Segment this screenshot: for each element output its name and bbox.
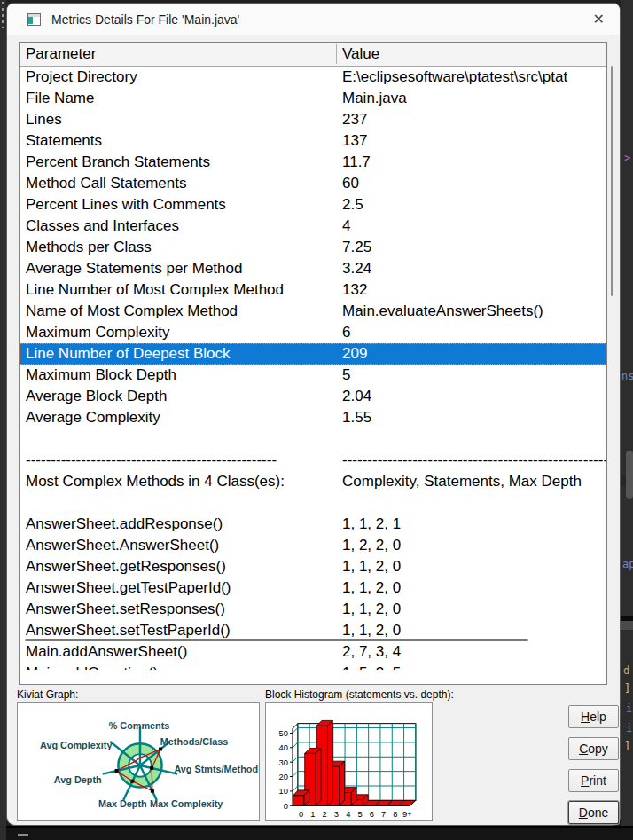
value-cell: 2.04 <box>336 386 606 407</box>
param-cell: Statements <box>20 130 336 152</box>
svg-text:10: 10 <box>279 787 288 796</box>
param-cell: Lines <box>20 109 336 130</box>
svg-text:Methods/Class: Methods/Class <box>160 736 228 747</box>
table-row[interactable]: Main.addQuestion()1, 5, 3, 5 <box>20 663 606 670</box>
value-cell: 1, 1, 2, 0 <box>336 577 606 599</box>
table-row[interactable]: ----------------------------------------… <box>20 450 606 471</box>
table-row[interactable] <box>20 428 606 450</box>
done-button[interactable]: Done <box>568 801 619 824</box>
svg-text:1: 1 <box>310 810 315 819</box>
table-row[interactable]: Average Statements per Method3.24 <box>20 258 606 279</box>
param-cell: Most Complex Methods in 4 Class(es): <box>20 471 336 492</box>
close-icon[interactable]: ✕ <box>590 11 608 27</box>
table-row[interactable]: Lines237 <box>20 109 606 130</box>
table-row[interactable]: Methods per Class7.25 <box>20 237 606 258</box>
ide-left-dots <box>2 2 4 28</box>
ide-text-fragment: ] <box>624 741 630 751</box>
value-cell: ----------------------------------------… <box>336 450 606 471</box>
ide-band <box>626 451 633 499</box>
copy-button[interactable]: Copy <box>568 737 619 760</box>
ide-text-fragment: i <box>626 723 632 734</box>
table-row[interactable]: AnswerSheet.getTestPaperId()1, 1, 2, 0 <box>20 577 606 599</box>
print-button[interactable]: Print <box>568 769 619 792</box>
metrics-dialog: Metrics Details For File 'Main.java' ✕ P… <box>6 3 621 826</box>
table-row[interactable]: Average Complexity1.55 <box>20 407 606 428</box>
column-header-parameter[interactable]: Parameter <box>20 43 336 66</box>
help-button[interactable]: Help <box>568 705 619 728</box>
table-row[interactable]: Project DirectoryE:\eclipsesoftware\ptat… <box>20 67 606 88</box>
table-row[interactable]: AnswerSheet.setResponses()1, 1, 2, 0 <box>20 599 606 620</box>
param-cell: Main.addQuestion() <box>20 663 336 670</box>
horizontal-scrollbar[interactable] <box>25 639 528 641</box>
column-header-value[interactable]: Value <box>337 43 606 66</box>
table-body: Project DirectoryE:\eclipsesoftware\ptat… <box>20 67 606 670</box>
table-row[interactable]: Maximum Complexity6 <box>20 322 606 343</box>
table-row[interactable]: Statements137 <box>20 130 606 152</box>
value-cell: 2, 7, 3, 4 <box>336 641 606 663</box>
histogram-chart: 010203040500123456789+ <box>266 703 432 820</box>
param-cell <box>20 492 336 514</box>
table-row[interactable] <box>20 492 606 514</box>
value-cell: 132 <box>336 279 606 301</box>
svg-text:0: 0 <box>284 802 288 811</box>
value-cell: 1, 5, 3, 5 <box>336 663 606 670</box>
value-cell: 4 <box>336 216 606 237</box>
svg-text:Max Complexity: Max Complexity <box>150 798 223 809</box>
kiviat-label: Kiviat Graph: <box>17 688 78 701</box>
table-row[interactable]: Name of Most Complex MethodMain.evaluate… <box>20 301 606 322</box>
table-header: Parameter Value <box>20 43 606 67</box>
value-cell: 2.5 <box>336 194 606 216</box>
svg-text:Avg Depth: Avg Depth <box>54 774 102 785</box>
value-cell: 1, 1, 2, 1 <box>336 514 606 535</box>
svg-text:Max Depth: Max Depth <box>98 798 147 809</box>
param-cell: Percent Lines with Comments <box>20 194 336 216</box>
histogram-label: Block Histogram (statements vs. depth): <box>265 688 454 701</box>
window-title: Metrics Details For File 'Main.java' <box>51 12 239 27</box>
value-cell: 5 <box>336 365 606 386</box>
table-row[interactable]: Main.addAnswerSheet()2, 7, 3, 4 <box>20 641 606 663</box>
param-cell: ----------------------------------------… <box>20 450 336 471</box>
vertical-scrollbar[interactable] <box>611 66 613 296</box>
param-cell: Line Number of Most Complex Method <box>20 279 336 301</box>
app-icon <box>27 13 41 26</box>
table-row[interactable]: AnswerSheet.addResponse()1, 1, 2, 1 <box>20 514 606 535</box>
param-cell: AnswerSheet.addResponse() <box>20 514 336 535</box>
value-cell <box>336 428 606 450</box>
param-cell: Method Call Statements <box>20 173 336 194</box>
param-cell: AnswerSheet.setResponses() <box>20 599 336 620</box>
param-cell: AnswerSheet.getTestPaperId() <box>20 577 336 599</box>
table-row[interactable]: Average Block Depth2.04 <box>20 386 606 407</box>
ide-left-strip <box>0 0 6 840</box>
svg-text:0: 0 <box>299 810 303 819</box>
table-row[interactable]: AnswerSheet.AnswerSheet()1, 2, 2, 0 <box>20 535 606 556</box>
svg-text:Avg Stmts/Method: Avg Stmts/Method <box>174 764 258 774</box>
table-row[interactable]: Maximum Block Depth5 <box>20 365 606 386</box>
table-row[interactable]: Percent Lines with Comments2.5 <box>20 194 606 216</box>
param-cell: Average Complexity <box>20 407 336 428</box>
table-row-selected[interactable]: Line Number of Deepest Block209 <box>20 343 606 365</box>
table-row[interactable]: Line Number of Most Complex Method132 <box>20 279 606 301</box>
ide-text-fragment: ] <box>624 683 630 694</box>
param-cell: File Name <box>20 88 336 109</box>
svg-text:20: 20 <box>279 773 288 781</box>
table-row[interactable]: Classes and Interfaces4 <box>20 216 606 237</box>
table-row[interactable]: AnswerSheet.getResponses()1, 1, 2, 0 <box>20 556 606 577</box>
svg-text:2: 2 <box>323 810 327 819</box>
svg-text:5: 5 <box>357 810 362 819</box>
param-cell: Line Number of Deepest Block <box>20 343 336 365</box>
value-cell: 7.25 <box>336 237 606 258</box>
ide-text-fragment: > <box>624 153 630 163</box>
value-cell: Main.evaluateAnswerSheets() <box>336 301 606 322</box>
table-row[interactable]: File NameMain.java <box>20 88 606 109</box>
param-cell <box>20 428 336 450</box>
value-cell: 3.24 <box>336 258 606 279</box>
param-cell: Average Block Depth <box>20 386 336 407</box>
svg-text:4: 4 <box>346 810 350 819</box>
ide-text-fragment: i <box>626 703 632 714</box>
table-row[interactable]: Percent Branch Statements11.7 <box>20 152 606 173</box>
value-cell: 1, 1, 2, 0 <box>336 599 606 620</box>
table-row[interactable]: Most Complex Methods in 4 Class(es):Comp… <box>20 471 606 492</box>
value-cell: 1, 1, 2, 0 <box>336 556 606 577</box>
value-cell: 60 <box>336 173 606 194</box>
table-row[interactable]: Method Call Statements60 <box>20 173 606 194</box>
